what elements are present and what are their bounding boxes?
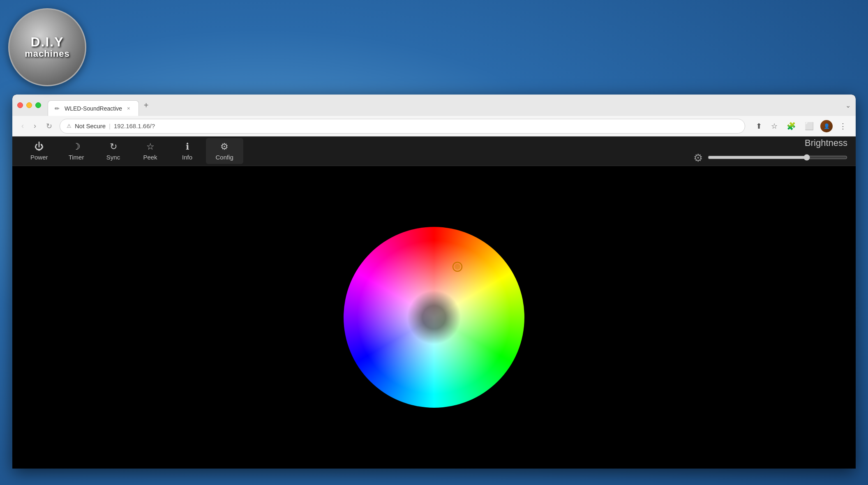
color-wheel-svg <box>344 227 524 408</box>
timer-icon: ☽ <box>72 141 81 152</box>
brightness-title: Brightness <box>805 138 847 148</box>
tab-close-button[interactable]: × <box>125 104 132 112</box>
brightness-controls: ⚙ <box>693 152 847 164</box>
new-tab-button[interactable]: + <box>141 99 152 112</box>
chrome-menu-icon[interactable]: ⋮ <box>837 120 849 132</box>
nav-item-sync[interactable]: ↻ Sync <box>95 138 132 164</box>
toolbar-actions: ⬆ ☆ 🧩 ⬜ 👤 ⋮ <box>753 120 849 132</box>
brightness-slider[interactable] <box>708 154 847 161</box>
config-icon: ⚙ <box>220 141 229 152</box>
extensions-icon[interactable]: 🧩 <box>784 120 798 132</box>
bookmark-icon[interactable]: ☆ <box>769 120 780 132</box>
back-button[interactable]: ‹ <box>19 120 26 132</box>
power-icon: ⏻ <box>35 141 44 152</box>
sync-label: Sync <box>106 154 120 161</box>
timer-label: Timer <box>69 154 84 161</box>
nav-item-timer[interactable]: ☽ Timer <box>58 138 95 164</box>
logo-text-machines: machines <box>25 48 70 59</box>
brightness-gear-icon[interactable]: ⚙ <box>693 152 703 164</box>
wled-nav: ⏻ Power ☽ Timer ↻ Sync ☆ Peek ℹ Info ⚙ C… <box>12 136 856 166</box>
maximize-button[interactable] <box>35 102 41 108</box>
nav-item-config[interactable]: ⚙ Config <box>206 138 243 164</box>
browser-window: ✏ WLED-SoundReactive × + ⌄ ‹ › ↻ ⚠ Not S… <box>12 95 856 469</box>
peek-icon: ☆ <box>146 141 155 152</box>
app-content: ⏻ Power ☽ Timer ↻ Sync ☆ Peek ℹ Info ⚙ C… <box>12 136 856 469</box>
color-wheel-area[interactable] <box>12 166 856 469</box>
user-avatar[interactable]: 👤 <box>820 120 833 132</box>
layout-icon[interactable]: ⬜ <box>802 120 816 132</box>
title-bar: ✏ WLED-SoundReactive × + ⌄ <box>12 95 856 116</box>
sync-icon: ↻ <box>110 141 117 152</box>
refresh-button[interactable]: ↻ <box>44 120 55 132</box>
nav-item-info[interactable]: ℹ Info <box>169 138 206 164</box>
diy-machines-logo: D.I.Y machines <box>8 8 86 86</box>
brightness-slider-container <box>708 154 847 162</box>
forward-button[interactable]: › <box>31 120 39 132</box>
power-label: Power <box>30 154 48 161</box>
tab-title: WLED-SoundReactive <box>65 105 122 112</box>
config-label: Config <box>216 154 233 161</box>
address-bar-row: ‹ › ↻ ⚠ Not Secure | 192.168.1.66/? ⬆ ☆ … <box>12 116 856 136</box>
tab-bar: ✏ WLED-SoundReactive × + ⌄ <box>48 97 851 113</box>
security-label: Not Secure <box>75 122 106 129</box>
tab-dropdown-icon[interactable]: ⌄ <box>845 102 851 109</box>
security-warning-icon: ⚠ <box>67 123 72 129</box>
nav-item-power[interactable]: ⏻ Power <box>21 138 58 164</box>
browser-tab-active[interactable]: ✏ WLED-SoundReactive × <box>48 100 139 116</box>
info-icon: ℹ <box>186 141 189 152</box>
brightness-section: Brightness ⚙ <box>693 138 847 164</box>
address-bar[interactable]: ⚠ Not Secure | 192.168.1.66/? <box>60 119 745 134</box>
minimize-button[interactable] <box>26 102 32 108</box>
nav-item-peek[interactable]: ☆ Peek <box>132 138 169 164</box>
color-picker-dot-fill <box>455 264 460 270</box>
peek-label: Peek <box>143 154 157 161</box>
color-wheel[interactable] <box>344 227 524 408</box>
traffic-lights <box>17 102 41 108</box>
address-separator: | <box>109 122 111 129</box>
share-icon[interactable]: ⬆ <box>753 120 764 132</box>
info-label: Info <box>182 154 192 161</box>
address-url: 192.168.1.66/? <box>114 122 155 129</box>
logo-text-diy: D.I.Y <box>30 35 64 48</box>
close-button[interactable] <box>17 102 23 108</box>
tab-favicon-icon: ✏ <box>55 105 61 112</box>
